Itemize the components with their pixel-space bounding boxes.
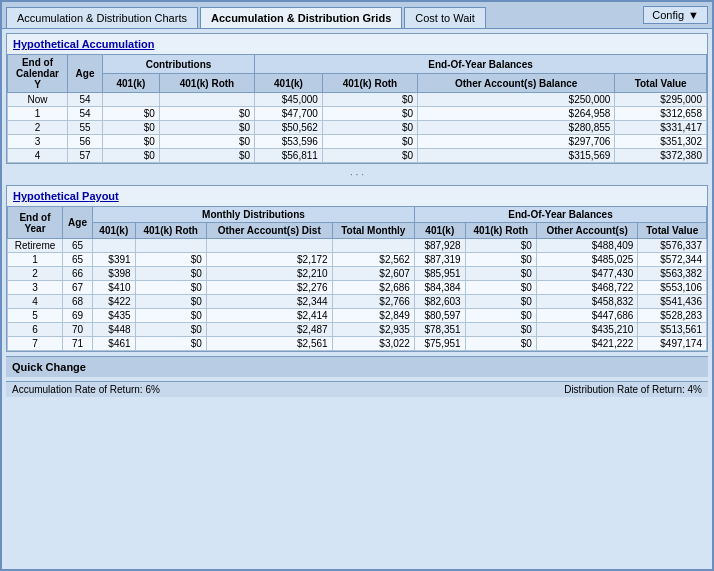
acc-cell-eoy-401k-roth: $0 [322, 121, 417, 135]
acc-cell-age: 57 [68, 149, 103, 163]
pay-cell-total: $576,337 [638, 239, 707, 253]
tab-bar: Accumulation & Distribution Charts Accum… [2, 2, 712, 29]
acc-cell-other: $280,855 [418, 121, 615, 135]
acc-cell-year: 3 [8, 135, 68, 149]
pay-cell-total: $563,382 [638, 267, 707, 281]
payout-title: Hypothetical Payout [7, 186, 707, 206]
pay-cell-other-dist: $2,276 [206, 281, 332, 295]
acc-cell-401k: $0 [103, 107, 160, 121]
pay-cell-year: 5 [8, 309, 63, 323]
acc-cell-other: $315,569 [418, 149, 615, 163]
pay-cell-401k-roth: $0 [135, 253, 206, 267]
pay-cell-401k-roth: $0 [135, 309, 206, 323]
table-row: Retireme 65 $87,928 $0 $488,409 $576,337 [8, 239, 707, 253]
acc-cell-total: $351,302 [615, 135, 707, 149]
pay-header-age: Age [63, 207, 93, 239]
pay-cell-eoy-401k: $85,951 [414, 267, 465, 281]
pay-cell-total-monthly: $2,607 [332, 267, 414, 281]
pay-cell-eoy-401k: $78,351 [414, 323, 465, 337]
pay-cell-other-dist: $2,487 [206, 323, 332, 337]
acc-cell-total: $295,000 [615, 93, 707, 107]
pay-cell-year: Retireme [8, 239, 63, 253]
pay-cell-other-dist: $2,344 [206, 295, 332, 309]
tab-charts[interactable]: Accumulation & Distribution Charts [6, 7, 198, 28]
acc-cell-401k [103, 93, 160, 107]
acc-header-end-cal: End of Calendar Y [8, 55, 68, 93]
accumulation-table: End of Calendar Y Age Contributions End-… [7, 54, 707, 163]
pay-subh-other: Other Account(s) [536, 223, 637, 239]
pay-subh-401k-roth: 401(k) Roth [135, 223, 206, 239]
pay-cell-401k-roth: $0 [135, 267, 206, 281]
pay-cell-401k: $422 [93, 295, 136, 309]
quick-change-bar: Quick Change [6, 356, 708, 377]
pay-cell-401k-roth: $0 [135, 281, 206, 295]
pay-cell-eoy-401k: $87,928 [414, 239, 465, 253]
pay-cell-total-monthly: $2,766 [332, 295, 414, 309]
accumulation-table-scroll[interactable]: End of Calendar Y Age Contributions End-… [7, 54, 707, 163]
pay-cell-year: 6 [8, 323, 63, 337]
pay-subh-eoy-401k: 401(k) [414, 223, 465, 239]
table-row: 3 67 $410 $0 $2,276 $2,686 $84,384 $0 $4… [8, 281, 707, 295]
pay-cell-other: $468,722 [536, 281, 637, 295]
acc-cell-eoy-401k: $50,562 [255, 121, 323, 135]
toolbar-right: Config ▼ [643, 6, 708, 28]
config-button[interactable]: Config ▼ [643, 6, 708, 24]
acc-cell-eoy-401k-roth: $0 [322, 135, 417, 149]
table-row: 1 65 $391 $0 $2,172 $2,562 $87,319 $0 $4… [8, 253, 707, 267]
pay-cell-eoy-401k-roth: $0 [465, 239, 536, 253]
pay-subh-eoy-401k-roth: 401(k) Roth [465, 223, 536, 239]
pay-cell-401k-roth [135, 239, 206, 253]
pay-cell-eoy-401k-roth: $0 [465, 295, 536, 309]
pay-cell-age: 67 [63, 281, 93, 295]
pay-cell-eoy-401k-roth: $0 [465, 323, 536, 337]
main-window: Accumulation & Distribution Charts Accum… [0, 0, 714, 571]
pay-cell-other-dist: $2,210 [206, 267, 332, 281]
pay-header-eoy: End-Of-Year Balances [414, 207, 706, 223]
acc-cell-eoy-401k: $56,811 [255, 149, 323, 163]
acc-subh-other: Other Account(s) Balance [418, 74, 615, 93]
pay-cell-age: 70 [63, 323, 93, 337]
pay-cell-401k: $448 [93, 323, 136, 337]
dist-rate-label: Distribution Rate of Return: 4% [564, 384, 702, 395]
pay-cell-eoy-401k: $75,951 [414, 337, 465, 351]
pay-cell-eoy-401k-roth: $0 [465, 281, 536, 295]
acc-cell-eoy-401k-roth: $0 [322, 149, 417, 163]
acc-cell-year: 2 [8, 121, 68, 135]
pay-cell-other: $458,832 [536, 295, 637, 309]
pay-cell-total: $497,174 [638, 337, 707, 351]
tab-cost-to-wait[interactable]: Cost to Wait [404, 7, 486, 28]
acc-cell-401k-roth: $0 [159, 135, 254, 149]
acc-header-eoy: End-Of-Year Balances [255, 55, 707, 74]
table-row: 3 56 $0 $0 $53,596 $0 $297,706 $351,302 [8, 135, 707, 149]
acc-cell-eoy-401k-roth: $0 [322, 93, 417, 107]
pay-cell-total: $572,344 [638, 253, 707, 267]
table-row: 1 54 $0 $0 $47,700 $0 $264,958 $312,658 [8, 107, 707, 121]
acc-cell-401k: $0 [103, 121, 160, 135]
payout-table-scroll[interactable]: End of Year Age Monthly Distributions En… [7, 206, 707, 351]
pay-cell-age: 69 [63, 309, 93, 323]
pay-cell-other: $488,409 [536, 239, 637, 253]
pay-cell-year: 3 [8, 281, 63, 295]
acc-cell-total: $372,380 [615, 149, 707, 163]
acc-cell-year: 4 [8, 149, 68, 163]
table-row: 2 66 $398 $0 $2,210 $2,607 $85,951 $0 $4… [8, 267, 707, 281]
pay-cell-year: 2 [8, 267, 63, 281]
acc-cell-age: 54 [68, 107, 103, 121]
table-row: 6 70 $448 $0 $2,487 $2,935 $78,351 $0 $4… [8, 323, 707, 337]
quick-change-label: Quick Change [12, 361, 86, 373]
pay-cell-total: $513,561 [638, 323, 707, 337]
pay-cell-other-dist: $2,414 [206, 309, 332, 323]
pay-cell-other: $485,025 [536, 253, 637, 267]
table-row: 4 68 $422 $0 $2,344 $2,766 $82,603 $0 $4… [8, 295, 707, 309]
pay-cell-other-dist: $2,172 [206, 253, 332, 267]
acc-subh-401k: 401(k) [103, 74, 160, 93]
config-label: Config [652, 9, 684, 21]
pay-cell-eoy-401k: $87,319 [414, 253, 465, 267]
pay-cell-eoy-401k-roth: $0 [465, 253, 536, 267]
tab-grids[interactable]: Accumulation & Distribution Grids [200, 7, 402, 28]
dropdown-icon: ▼ [688, 9, 699, 21]
pay-header-end-year: End of Year [8, 207, 63, 239]
pay-cell-other: $421,222 [536, 337, 637, 351]
pay-cell-total: $528,283 [638, 309, 707, 323]
pay-cell-other-dist [206, 239, 332, 253]
